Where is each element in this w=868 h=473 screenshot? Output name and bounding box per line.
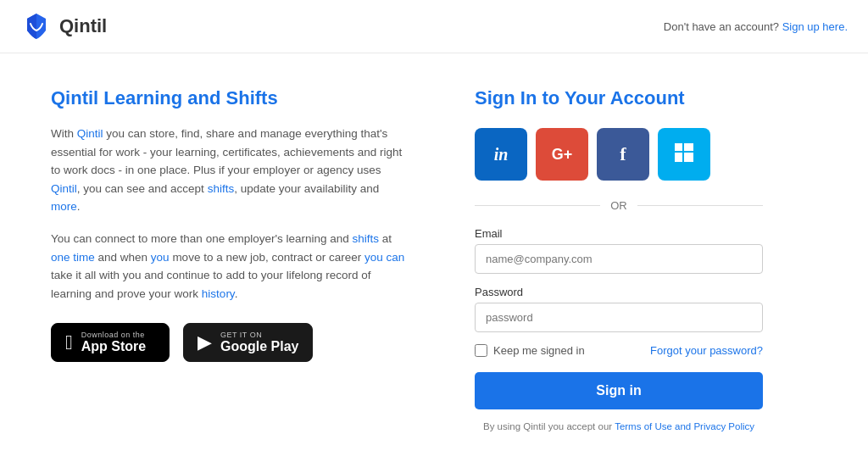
google-play-text: GET IT ON Google Play bbox=[220, 331, 298, 354]
terms-prefix: By using Qintil you accept our bbox=[483, 421, 612, 431]
svg-rect-3 bbox=[684, 153, 693, 162]
history-mention: history bbox=[202, 287, 235, 300]
app-store-badge[interactable]:  Download on the App Store bbox=[51, 323, 170, 362]
main-content: Qintil Learning and Shifts With Qintil y… bbox=[0, 53, 868, 465]
left-column: Qintil Learning and Shifts With Qintil y… bbox=[51, 87, 407, 431]
remember-row: Keep me signed in Forgot your password? bbox=[475, 344, 763, 357]
facebook-button[interactable]: f bbox=[597, 128, 649, 181]
google-play-top: GET IT ON bbox=[220, 331, 298, 339]
social-buttons: in G+ f bbox=[475, 128, 763, 181]
email-label: Email bbox=[475, 227, 763, 240]
shifts-mention: shifts bbox=[208, 182, 235, 195]
signup-link[interactable]: Sign up here. bbox=[782, 20, 848, 33]
app-badges:  Download on the App Store ▶ GET IT ON … bbox=[51, 323, 407, 362]
email-form-group: Email bbox=[475, 227, 763, 274]
qintil-mention-1: Qintil bbox=[77, 127, 103, 140]
app-store-main: App Store bbox=[81, 339, 146, 354]
forgot-password-link[interactable]: Forgot your password? bbox=[650, 344, 763, 357]
svg-rect-0 bbox=[675, 143, 682, 151]
topbar-right: Don't have an account? Sign up here. bbox=[664, 20, 848, 33]
app-store-text: Download on the App Store bbox=[81, 331, 146, 354]
apple-icon:  bbox=[65, 332, 73, 353]
one-time-mention: one time bbox=[51, 251, 95, 264]
linkedin-icon: in bbox=[494, 145, 509, 164]
google-play-icon: ▶ bbox=[198, 331, 212, 353]
terms-text: By using Qintil you accept our Terms of … bbox=[475, 421, 763, 431]
google-play-badge[interactable]: ▶ GET IT ON Google Play bbox=[183, 323, 313, 362]
email-input[interactable] bbox=[475, 244, 763, 274]
password-label: Password bbox=[475, 286, 763, 298]
right-column: Sign In to Your Account in G+ f bbox=[475, 87, 763, 431]
remember-text: Keep me signed in bbox=[493, 344, 585, 357]
google-button[interactable]: G+ bbox=[536, 128, 588, 181]
app-store-top: Download on the bbox=[81, 331, 146, 339]
google-icon: G+ bbox=[552, 146, 573, 164]
terms-link[interactable]: Terms of Use and Privacy Policy bbox=[615, 421, 754, 431]
logo-area: Qintil bbox=[20, 10, 107, 42]
left-heading: Qintil Learning and Shifts bbox=[51, 87, 407, 109]
no-account-text: Don't have an account? bbox=[664, 20, 779, 33]
logo-icon bbox=[20, 10, 53, 42]
or-line-left bbox=[475, 205, 600, 206]
qintil-mention-2: Qintil bbox=[51, 182, 77, 195]
signin-heading: Sign In to Your Account bbox=[475, 87, 763, 109]
google-play-main: Google Play bbox=[220, 339, 298, 354]
shifts-mention-2: shifts bbox=[353, 232, 380, 245]
logo-text: Qintil bbox=[59, 15, 107, 37]
password-input[interactable] bbox=[475, 303, 763, 332]
you-can-mention: you can bbox=[364, 251, 404, 264]
windows-icon bbox=[675, 143, 693, 166]
or-line-right bbox=[637, 205, 763, 206]
facebook-icon: f bbox=[620, 143, 626, 165]
linkedin-button[interactable]: in bbox=[475, 128, 527, 181]
svg-rect-2 bbox=[675, 153, 682, 162]
more-mention-1: more bbox=[51, 200, 77, 213]
you-mention: you bbox=[151, 251, 170, 264]
paragraph-1: With Qintil you can store, find, share a… bbox=[51, 125, 407, 216]
svg-rect-1 bbox=[684, 143, 693, 151]
or-text: OR bbox=[610, 199, 627, 212]
password-form-group: Password bbox=[475, 286, 763, 332]
header: Qintil Don't have an account? Sign up he… bbox=[0, 0, 868, 53]
paragraph-2: You can connect to more than one employe… bbox=[51, 230, 407, 303]
remember-label[interactable]: Keep me signed in bbox=[475, 344, 585, 357]
remember-checkbox[interactable] bbox=[475, 344, 487, 357]
or-divider: OR bbox=[475, 199, 763, 212]
sign-in-button[interactable]: Sign in bbox=[475, 372, 763, 409]
windows-button[interactable] bbox=[658, 128, 710, 181]
